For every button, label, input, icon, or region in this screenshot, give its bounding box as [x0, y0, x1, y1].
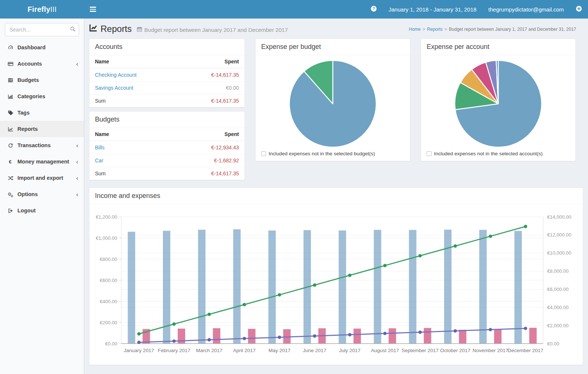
cumulative-car-point [313, 334, 316, 338]
sidebar-item-import-and-export[interactable]: Import and export ‹ [0, 170, 84, 186]
cumulative-car-point [243, 337, 246, 340]
sidebar-menu: Dashboard Accounts ‹ Budgets Categories … [0, 39, 84, 219]
credit-card-icon [8, 61, 17, 67]
sidebar: Dashboard Accounts ‹ Budgets Categories … [0, 19, 84, 374]
chevron-left-icon: ‹ [76, 142, 78, 149]
sidebar-item-transactions[interactable]: Transactions ‹ [0, 137, 84, 153]
sidebar-item-money-management[interactable]: € Money management ‹ [0, 153, 84, 170]
cumulative-car-point [173, 340, 176, 343]
shuffle-icon [8, 175, 17, 181]
spent-per-month-car-bar [494, 330, 502, 344]
breadcrumb-item[interactable]: Reports [427, 27, 443, 32]
breadcrumb-item[interactable]: Home [409, 27, 421, 32]
svg-text:?: ? [372, 6, 375, 11]
sidebar-item-label: Budgets [17, 77, 78, 83]
svg-text:€10,000.00: €10,000.00 [547, 250, 571, 256]
content-header: Reports Budget report between January 20… [84, 19, 588, 39]
sidebar-item-tags[interactable]: Tags [0, 105, 84, 121]
line-chart-icon [8, 126, 17, 132]
include-expenses-budget-checkbox[interactable] [261, 151, 266, 156]
breadcrumb: Home>Reports>Budget report between Janua… [409, 24, 576, 32]
include-expenses-account-label: Included expenses not in the selected ac… [434, 151, 543, 156]
table-row: Car €-1,682.92 [89, 154, 244, 167]
app-logo-thin: III [50, 5, 57, 14]
budgets-col-spent: Spent [151, 128, 244, 141]
sidebar-item-dashboard[interactable]: Dashboard [0, 39, 84, 56]
sidebar-item-label: Accounts [17, 61, 76, 67]
user-email-link[interactable]: thegrumpydictator@gmail.com [482, 0, 570, 19]
gauge-icon [8, 45, 17, 50]
svg-text:€4,000.00: €4,000.00 [547, 305, 569, 310]
svg-text:€14,000.00: €14,000.00 [547, 214, 571, 220]
row-name-link[interactable]: Bills [95, 145, 105, 150]
sidebar-item-categories[interactable]: Categories [0, 88, 84, 105]
search-input[interactable] [5, 23, 79, 36]
cumulative-bills-point [313, 284, 316, 287]
cumulative-bills-point [207, 313, 211, 316]
spent-per-month-car-bar [459, 330, 466, 344]
cumulative-bills-point [173, 322, 176, 326]
line-chart-title-icon [89, 24, 97, 34]
row-name-link[interactable]: Checking Account [95, 72, 137, 78]
page-title: Reports [89, 24, 132, 34]
budgets-col-name: Name [89, 128, 151, 141]
plus-circle-button[interactable] [570, 0, 588, 19]
app-logo-bold: Firefly [27, 5, 50, 14]
sidebar-item-label: Tags [17, 110, 78, 116]
cumulative-bills-point [348, 274, 351, 277]
sidebar-item-label: Import and export [17, 175, 76, 181]
svg-text:June 2017: June 2017 [303, 348, 326, 353]
app-logo[interactable]: FireflyIII [0, 0, 84, 19]
cumulative-bills-point [418, 254, 422, 258]
cumulative-bills-point [489, 235, 492, 238]
sidebar-item-budgets[interactable]: Budgets [0, 72, 84, 88]
sidebar-item-label: Options [17, 191, 76, 197]
budgets-panel: Budgets Name Spent Bills €-12,934.43Car … [89, 111, 245, 180]
spent-per-month-bills-bar [128, 232, 135, 344]
svg-text:€600.00: €600.00 [100, 278, 117, 283]
sign-out-icon [8, 208, 17, 214]
sidebar-item-reports[interactable]: Reports [0, 121, 84, 137]
row-name-link[interactable]: Savings Account [95, 85, 134, 91]
sidebar-item-label: Transactions [17, 142, 76, 148]
svg-text:January 2017: January 2017 [124, 348, 154, 353]
table-row: Savings Account €0.00 [89, 82, 244, 95]
breadcrumb-item: Budget report between January 1, 2017 an… [449, 27, 576, 32]
euro-icon: € [8, 159, 17, 165]
svg-text:October 2017: October 2017 [440, 348, 470, 353]
cumulative-car-point [348, 333, 351, 337]
gears-icon: ⚙⚙ [8, 192, 17, 197]
cumulative-bills-point [383, 264, 387, 267]
svg-text:March 2017: March 2017 [196, 348, 222, 353]
spent-per-month-bills-bar [374, 230, 381, 344]
search-icon[interactable] [70, 26, 76, 33]
table-sum-row: Sum €-14,617.35 [89, 95, 244, 107]
budget-checkbox-row: Included expenses not in the selected bu… [261, 148, 404, 157]
budgets-panel-title: Budgets [95, 116, 239, 123]
spent-per-month-car-bar [389, 328, 396, 344]
sidebar-item-accounts[interactable]: Accounts ‹ [0, 56, 84, 72]
svg-text:€6,000.00: €6,000.00 [547, 287, 569, 292]
cumulative-bills-point [243, 303, 246, 306]
plus-circle-icon [576, 6, 582, 13]
row-spent-value: €-1,682.92 [151, 154, 244, 167]
cumulative-bills-point [524, 225, 527, 228]
spent-per-month-bills-bar [268, 231, 276, 344]
bar-chart-icon [8, 94, 17, 99]
expense-per-budget-title: Expense per budget [261, 43, 404, 51]
sidebar-search [5, 23, 79, 36]
svg-text:€1,200.00: €1,200.00 [96, 214, 117, 220]
sidebar-item-options[interactable]: ⚙⚙ Options ‹ [0, 186, 84, 202]
income-expenses-title: Income and expenses [95, 192, 577, 200]
date-range-link[interactable]: January 1, 2018 - January 31, 2018 [383, 0, 483, 19]
spent-per-month-car-bar [424, 328, 431, 344]
sidebar-toggle-button[interactable] [84, 0, 101, 19]
svg-text:€8,000.00: €8,000.00 [547, 268, 569, 274]
row-name-link[interactable]: Car [95, 158, 104, 163]
cumulative-bills-point [278, 293, 281, 297]
spent-per-month-car-bar [354, 329, 361, 344]
help-button[interactable]: ? [365, 0, 383, 19]
sidebar-item-logout[interactable]: Logout [0, 202, 84, 219]
row-spent-value: €0.00 [179, 82, 244, 95]
include-expenses-account-checkbox[interactable] [427, 151, 431, 156]
